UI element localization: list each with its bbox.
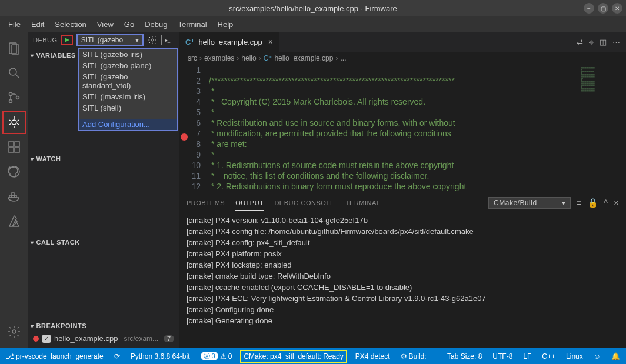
- svg-point-23: [12, 330, 16, 333]
- debug-config-dropdown: SITL (gazebo iris) SITL (gazebo plane) S…: [78, 48, 178, 131]
- line-gutter: 123456789101112: [179, 65, 209, 193]
- compare-icon[interactable]: ⇄: [577, 38, 583, 46]
- minimap[interactable]: ████████████████████████████████████████…: [579, 65, 626, 193]
- menu-edit[interactable]: Edit: [26, 18, 49, 31]
- settings-icon[interactable]: [2, 320, 26, 343]
- output-body[interactable]: [cmake] PX4 version: v1.10.0-beta1-104-g…: [179, 212, 626, 333]
- close-panel-icon[interactable]: ×: [614, 198, 619, 208]
- menu-terminal[interactable]: Terminal: [173, 18, 211, 31]
- section-breakpoints[interactable]: ▾BREAKPOINTS: [28, 319, 179, 333]
- more-actions-icon[interactable]: ⋯: [612, 38, 620, 46]
- code-content[interactable]: /***************************************…: [209, 65, 579, 193]
- activity-bar: [0, 32, 28, 348]
- status-tabsize[interactable]: Tab Size: 8: [445, 350, 484, 363]
- breakpoint-path: src/exam...: [124, 335, 158, 343]
- panel-tab-terminal[interactable]: TERMINAL: [345, 196, 381, 210]
- svg-point-24: [151, 39, 154, 41]
- svg-point-2: [9, 68, 16, 75]
- section-watch[interactable]: ▾WATCH: [28, 152, 179, 166]
- menu-file[interactable]: File: [4, 18, 25, 31]
- output-channel-select[interactable]: CMake/Build▾: [488, 197, 571, 209]
- breakpoint-row[interactable]: ✓ hello_example.cpp src/exam... 7: [28, 333, 179, 344]
- minimize-button[interactable]: −: [584, 3, 594, 14]
- panel-tab-problems[interactable]: PROBLEMS: [187, 196, 225, 210]
- status-lang[interactable]: C++: [540, 350, 558, 363]
- maximize-button[interactable]: ▢: [598, 3, 608, 14]
- debug-config-select[interactable]: SITL (gazebo▾: [76, 34, 144, 46]
- svg-line-10: [9, 120, 11, 121]
- menu-help[interactable]: Help: [213, 18, 238, 31]
- debug-icon[interactable]: [2, 111, 26, 134]
- editor-tab-bar: C⁺ hello_example.cpp × ⇄ ⎆ ◫ ⋯: [179, 32, 626, 52]
- maximize-panel-icon[interactable]: ^: [604, 198, 608, 208]
- gutter-breakpoint-icon[interactable]: [181, 133, 188, 141]
- menu-debug[interactable]: Debug: [140, 18, 172, 31]
- dropdown-option[interactable]: SITL (gazebo standard_vtol): [79, 71, 177, 91]
- breakpoint-dot-icon: [33, 336, 39, 342]
- svg-point-7: [12, 120, 16, 125]
- tab-close-icon[interactable]: ×: [268, 37, 273, 46]
- git-icon[interactable]: ⎆: [589, 38, 594, 46]
- svg-rect-14: [9, 142, 14, 146]
- editor-area: C⁺ hello_example.cpp × ⇄ ⎆ ◫ ⋯ src› exam…: [179, 32, 626, 348]
- search-icon[interactable]: [2, 61, 26, 85]
- debug-label: DEBUG: [33, 36, 58, 44]
- breakpoint-checkbox[interactable]: ✓: [42, 335, 51, 343]
- menu-go[interactable]: Go: [119, 18, 139, 31]
- azure-icon[interactable]: [2, 209, 26, 233]
- status-cmake[interactable]: CMake: px4_sitl_default: Ready: [240, 350, 347, 363]
- breadcrumb[interactable]: src› examples› hello› C⁺hello_example.cp…: [179, 52, 626, 65]
- panel-tab-output[interactable]: OUTPUT: [235, 196, 264, 211]
- status-build[interactable]: ⚙Build:: [398, 350, 429, 363]
- svg-rect-16: [9, 148, 14, 152]
- docker-icon[interactable]: [2, 185, 26, 208]
- explorer-icon[interactable]: [2, 36, 26, 60]
- source-control-icon[interactable]: [2, 86, 26, 109]
- clear-output-icon[interactable]: ≡: [577, 198, 582, 208]
- status-platform[interactable]: Linux: [564, 350, 585, 363]
- status-encoding[interactable]: UTF-8: [490, 350, 515, 363]
- section-callstack[interactable]: ▾CALL STACK: [28, 235, 179, 249]
- svg-point-5: [9, 100, 12, 103]
- svg-line-3: [16, 75, 19, 78]
- menu-view[interactable]: View: [92, 18, 118, 31]
- status-sync[interactable]: ⟳: [112, 350, 122, 363]
- branch-icon: ⎇: [6, 352, 14, 360]
- editor-tab[interactable]: C⁺ hello_example.cpp ×: [179, 32, 279, 52]
- cpp-file-icon: C⁺: [185, 38, 195, 46]
- status-python[interactable]: Python 3.6.8 64-bit: [128, 350, 192, 363]
- svg-point-6: [16, 96, 19, 99]
- breakpoint-line: 7: [164, 335, 174, 342]
- window-title: src/examples/hello/hello_example.cpp - F…: [229, 4, 397, 13]
- svg-point-4: [9, 93, 12, 96]
- status-feedback-icon[interactable]: ☺: [591, 350, 603, 363]
- start-debug-button[interactable]: [61, 35, 73, 45]
- github-icon[interactable]: [2, 160, 26, 183]
- bottom-panel: PROBLEMS OUTPUT DEBUG CONSOLE TERMINAL C…: [179, 193, 626, 333]
- debug-config-gear-icon[interactable]: [147, 35, 158, 45]
- svg-rect-1: [12, 45, 19, 54]
- split-editor-icon[interactable]: ◫: [600, 38, 607, 46]
- status-branch[interactable]: ⎇pr-vscode_launch_generate: [4, 350, 106, 363]
- debug-console-button[interactable]: ▸_: [161, 35, 174, 45]
- extensions-icon[interactable]: [2, 135, 26, 159]
- dropdown-add-config[interactable]: Add Configuration...: [79, 119, 177, 130]
- menu-selection[interactable]: Selection: [50, 18, 91, 31]
- sync-icon: ⟳: [114, 352, 120, 360]
- dropdown-option[interactable]: SITL (jmavsim iris): [79, 91, 177, 102]
- status-eol[interactable]: LF: [521, 350, 534, 363]
- status-bell-icon[interactable]: 🔔: [609, 350, 622, 363]
- code-editor[interactable]: 123456789101112 /***********************…: [179, 65, 626, 193]
- dropdown-option[interactable]: SITL (gazebo iris): [79, 49, 177, 60]
- breakpoint-file: hello_example.cpp: [54, 334, 118, 343]
- os-titlebar: src/examples/hello/hello_example.cpp - F…: [0, 0, 626, 16]
- status-detect[interactable]: PX4 detect: [353, 350, 392, 363]
- dropdown-option[interactable]: SITL (shell): [79, 102, 177, 113]
- status-bar: ⎇pr-vscode_launch_generate ⟳ Python 3.6.…: [0, 348, 626, 364]
- panel-tab-debug-console[interactable]: DEBUG CONSOLE: [274, 196, 334, 210]
- dropdown-option[interactable]: SITL (gazebo plane): [79, 60, 177, 71]
- svg-line-11: [17, 120, 19, 121]
- lock-scroll-icon[interactable]: 🔓: [588, 198, 598, 208]
- close-window-button[interactable]: ✕: [612, 3, 622, 14]
- status-problems[interactable]: ⓧ 0⚠0: [198, 350, 235, 363]
